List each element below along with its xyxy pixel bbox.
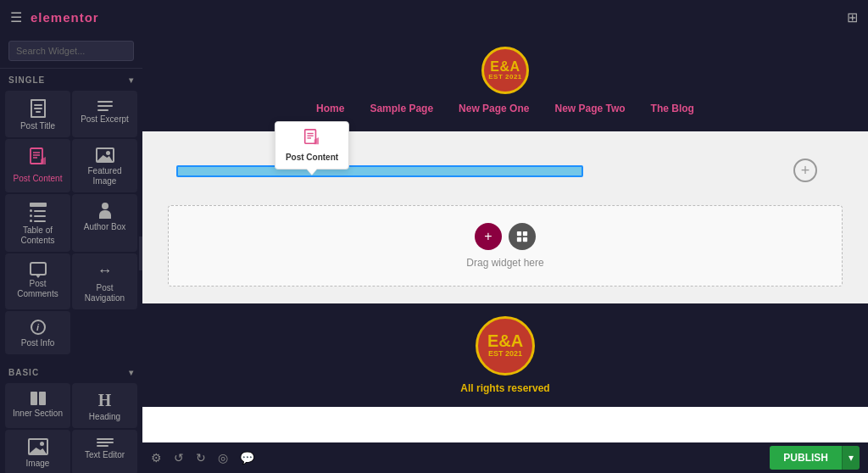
widget-post-comments[interactable]: Post Comments xyxy=(5,253,70,309)
sidebar-collapse-handle[interactable]: ‹ xyxy=(139,236,142,270)
widget-author-box[interactable]: Author Box xyxy=(72,194,137,252)
widget-toc-label: Table of Contents xyxy=(9,225,66,246)
chevron-icon: ▾ xyxy=(129,75,134,85)
site-header: E&A EST 2021 Home Sample Page New Page O… xyxy=(142,34,868,131)
basic-widget-grid: Inner Section H Heading Image xyxy=(0,381,142,473)
single-widget-grid: Post Title Post Excerpt xyxy=(0,89,142,361)
history-icon[interactable]: 💬 xyxy=(240,451,254,465)
canvas-area: E&A EST 2021 Home Sample Page New Page O… xyxy=(142,34,868,473)
post-content-bar[interactable] xyxy=(176,165,583,177)
content-area: Post Content + + xyxy=(142,131,868,303)
svg-marker-9 xyxy=(314,137,319,144)
svg-rect-13 xyxy=(523,237,527,242)
nav-new-page-two[interactable]: New Page Two xyxy=(554,103,625,114)
drag-zone-controls: + xyxy=(475,223,536,250)
widget-image[interactable]: Image xyxy=(5,430,70,473)
nav-home[interactable]: Home xyxy=(316,103,344,114)
preview: E&A EST 2021 Home Sample Page New Page O… xyxy=(142,34,868,442)
publish-button[interactable]: PUBLISH xyxy=(770,446,842,470)
widget-post-comments-label: Post Comments xyxy=(9,279,66,299)
widget-post-content[interactable]: Post Content xyxy=(5,139,70,192)
drag-zone-label: Drag widget here xyxy=(466,257,543,269)
footer-logo-ea: E&A xyxy=(487,332,523,349)
redo-icon[interactable]: ↻ xyxy=(196,451,206,465)
svg-marker-4 xyxy=(41,157,46,164)
top-bar: ☰ elementor ⊞ xyxy=(0,0,868,34)
nav-the-blog[interactable]: The Blog xyxy=(651,103,694,114)
responsive-icon[interactable]: ◎ xyxy=(218,451,228,465)
widget-table-of-contents[interactable]: Table of Contents xyxy=(5,194,70,252)
widget-featured-image-label: Featured Image xyxy=(76,166,133,186)
widget-post-info-label: Post Info xyxy=(21,338,54,348)
widget-post-navigation[interactable]: ↔ Post Navigation xyxy=(72,253,137,309)
search-box xyxy=(0,34,142,69)
svg-rect-12 xyxy=(517,237,521,242)
search-input[interactable] xyxy=(8,41,134,61)
site-nav: Home Sample Page New Page One New Page T… xyxy=(168,103,843,114)
publish-group: PUBLISH ▾ xyxy=(770,446,860,470)
section-header-single[interactable]: SINGLE ▾ xyxy=(0,69,142,89)
nav-sample-page[interactable]: Sample Page xyxy=(370,103,433,114)
publish-dropdown-button[interactable]: ▾ xyxy=(842,446,860,470)
widget-inner-section[interactable]: Inner Section xyxy=(5,383,70,428)
settings-icon[interactable]: ⚙ xyxy=(151,451,162,465)
widget-inner-section-label: Inner Section xyxy=(13,409,63,419)
section-header-basic[interactable]: BASIC ▾ xyxy=(0,361,142,381)
hamburger-icon[interactable]: ☰ xyxy=(10,9,22,25)
widget-heading[interactable]: H Heading xyxy=(72,383,137,428)
post-content-tooltip: Post Content xyxy=(275,121,349,170)
widget-post-info[interactable]: i Post Info xyxy=(5,311,70,354)
widget-post-excerpt-label: Post Excerpt xyxy=(81,114,129,125)
widget-image-label: Image xyxy=(26,459,50,469)
widget-author-box-label: Author Box xyxy=(84,222,125,232)
site-footer: E&A EST 2021 All rights reserved xyxy=(142,303,868,407)
selected-element-row: Post Content xyxy=(176,165,834,177)
svg-rect-11 xyxy=(523,231,527,236)
footer-logo: E&A EST 2021 xyxy=(476,316,535,376)
svg-rect-0 xyxy=(31,148,42,164)
tooltip-label: Post Content xyxy=(286,153,338,162)
add-widget-button[interactable]: + xyxy=(475,223,502,250)
main-layout: SINGLE ▾ Post Title xyxy=(0,34,868,473)
preview-site: E&A EST 2021 Home Sample Page New Page O… xyxy=(142,34,868,442)
svg-rect-10 xyxy=(517,231,521,236)
widget-post-title[interactable]: Post Title xyxy=(5,91,70,137)
add-column-button[interactable]: + xyxy=(793,159,817,182)
widget-featured-image[interactable]: Featured Image xyxy=(72,139,137,192)
widget-post-excerpt[interactable]: Post Excerpt xyxy=(72,91,137,137)
undo-icon[interactable]: ↺ xyxy=(174,451,184,465)
widget-heading-label: Heading xyxy=(89,412,120,422)
nav-new-page-one[interactable]: New Page One xyxy=(459,103,529,114)
chevron-basic-icon: ▾ xyxy=(129,368,134,377)
elementor-logo: elementor xyxy=(31,10,99,25)
widget-post-title-label: Post Title xyxy=(20,121,55,131)
svg-rect-5 xyxy=(305,130,316,143)
footer-logo-est: EST 2021 xyxy=(488,349,522,359)
sidebar: SINGLE ▾ Post Title xyxy=(0,34,142,473)
drag-zone: + Drag widget here xyxy=(168,205,843,287)
footer-rights-text: All rights reserved xyxy=(155,382,855,394)
widget-post-content-label: Post Content xyxy=(14,174,63,184)
logo-ea-text: E&A xyxy=(490,60,520,74)
bottom-bar: ⚙ ↺ ↻ ◎ 💬 PUBLISH ▾ xyxy=(142,442,868,473)
tooltip-icon xyxy=(303,129,320,150)
grid-icon[interactable]: ⊞ xyxy=(847,9,858,25)
widget-post-navigation-label: Post Navigation xyxy=(76,283,133,303)
widget-text-editor-label: Text Editor xyxy=(85,450,125,460)
logo-est-text: EST 2021 xyxy=(488,74,522,81)
site-logo: E&A EST 2021 xyxy=(481,47,529,94)
widget-type-button[interactable] xyxy=(509,223,536,250)
widget-text-editor[interactable]: Text Editor xyxy=(72,430,137,473)
